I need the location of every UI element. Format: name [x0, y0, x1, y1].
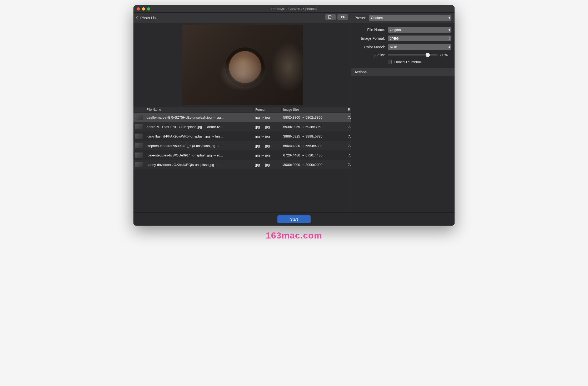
row-thumbnail: [135, 153, 143, 158]
settings-panel: File Name: Original Image Format: JPEG C…: [351, 23, 455, 68]
row-format: jpg → jpg: [254, 115, 282, 119]
filename-value: Original: [390, 28, 402, 32]
table-header: File Name Format Image Size R: [133, 107, 351, 113]
row-thumbnail: [135, 134, 143, 139]
row-filename: rosie-steggles-bcWOUe0914I-unsplash.jpg …: [145, 153, 254, 157]
slider-thumb-icon[interactable]: [426, 53, 430, 57]
back-label: Photo List: [140, 16, 157, 20]
footer: Start: [133, 212, 455, 226]
start-button[interactable]: Start: [277, 215, 311, 223]
right-pane: Preset: Custom File Name: Original Image…: [351, 23, 455, 212]
filename-label: File Name:: [355, 28, 385, 32]
table-row[interactable]: stephen-leonardi-v5u924E_sQ0-unsplash.jp…: [133, 141, 351, 150]
row-thumbnail: [135, 124, 143, 129]
preset-label: Preset:: [355, 16, 366, 20]
row-imagesize: 3888x5825 → 3888x5825: [282, 134, 346, 138]
row-thumbnail: [135, 143, 143, 148]
format-row: Image Format: JPEG: [355, 35, 451, 41]
maximize-window-button[interactable]: [147, 7, 150, 11]
row-imagesize: 5802x3860 → 5802x3860: [282, 115, 346, 119]
row-format: jpg → jpg: [254, 144, 282, 148]
select-caret-icon: [447, 44, 451, 50]
table-row[interactable]: luis-villasmil-PFAX9owWRbI-unsplash.jpg …: [133, 131, 351, 141]
row-format: jpg → jpg: [254, 125, 282, 129]
toolbar-right-group: [325, 14, 348, 20]
embed-thumbnail-checkbox[interactable]: [388, 60, 392, 64]
select-caret-icon: [447, 35, 451, 41]
row-filename: gaelle-marcel-BRvSZ75HuEc-unsplash.jpg →…: [145, 115, 254, 119]
row-rest: 7: [346, 115, 351, 119]
titlebar: PhotoMill - Convert (6 photos): [133, 5, 455, 13]
row-filename: andre-iv-TRkbFFhiPB0-unsplash.jpg → andr…: [145, 125, 254, 129]
table-row[interactable]: harley-davidson-zGzXsJUBQfs-unsplash.jpg…: [133, 160, 351, 169]
preview-image: [182, 25, 303, 105]
row-imagesize: 5938x3959 → 5938x3959: [282, 125, 346, 129]
body: File Name Format Image Size R gaelle-mar…: [133, 23, 455, 212]
table-row[interactable]: andre-iv-TRkbFFhiPB0-unsplash.jpg → andr…: [133, 122, 351, 131]
embed-thumbnail-row: Embed Thumbnail: [355, 60, 451, 64]
col-format-header[interactable]: Format: [254, 107, 282, 112]
row-filename: luis-villasmil-PFAX9owWRbI-unsplash.jpg …: [145, 134, 254, 138]
colormodel-select[interactable]: RGB: [388, 44, 451, 50]
row-imagesize: 6720x4480 → 6720x4480: [282, 153, 346, 157]
row-format: jpg → jpg: [254, 134, 282, 138]
row-imagesize: 6564x4380 → 6564x4380: [282, 144, 346, 148]
colormodel-label: Color Model:: [355, 45, 385, 49]
actions-header: Actions +: [351, 68, 455, 76]
quality-value: 80%: [440, 53, 451, 57]
format-select[interactable]: JPEG: [388, 35, 451, 41]
colormodel-row: Color Model: RGB: [355, 44, 451, 50]
format-label: Image Format:: [355, 36, 385, 40]
col-thumb-header[interactable]: [133, 107, 145, 112]
row-rest: 7: [346, 144, 351, 148]
format-value: JPEG: [390, 37, 399, 40]
window-title: PhotoMill - Convert (6 photos): [133, 7, 455, 11]
table-row[interactable]: rosie-steggles-bcWOUe0914I-unsplash.jpg …: [133, 150, 351, 160]
select-caret-icon: [447, 27, 451, 33]
minimize-window-button[interactable]: [142, 7, 145, 11]
preview-area: [133, 23, 351, 107]
row-rest: 7: [346, 153, 351, 157]
table-body[interactable]: gaelle-marcel-BRvSZ75HuEc-unsplash.jpg →…: [133, 113, 351, 212]
watermark-text: 163mac.com: [266, 230, 322, 241]
row-rest: 7: [346, 163, 351, 167]
row-filename: stephen-leonardi-v5u924E_sQ0-unsplash.jp…: [145, 144, 254, 148]
add-action-button[interactable]: +: [449, 70, 451, 74]
quality-label: Quality:: [355, 53, 385, 57]
row-format: jpg → jpg: [254, 163, 282, 167]
traffic-lights: [133, 7, 150, 11]
chevron-left-icon: [136, 16, 140, 19]
quality-row: Quality: 80%: [355, 53, 451, 57]
preset-value: Custom: [371, 16, 383, 20]
row-thumbnail: [135, 162, 143, 167]
quality-slider[interactable]: [388, 54, 438, 55]
col-filename-header[interactable]: File Name: [145, 107, 254, 112]
preset-select[interactable]: Custom: [369, 15, 451, 21]
embed-thumbnail-label: Embed Thumbnail: [394, 60, 421, 64]
row-filename: harley-davidson-zGzXsJUBQfs-unsplash.jpg…: [145, 163, 254, 167]
preset-row: Preset: Custom: [351, 13, 455, 23]
table-row[interactable]: gaelle-marcel-BRvSZ75HuEc-unsplash.jpg →…: [133, 113, 351, 122]
row-rest: 7: [346, 125, 351, 129]
row-rest: 7: [346, 134, 351, 138]
export-icon: [328, 15, 333, 19]
svg-point-1: [342, 17, 343, 18]
filename-row: File Name: Original: [355, 27, 451, 33]
eye-icon: [340, 15, 345, 19]
back-button[interactable]: Photo List: [137, 16, 157, 20]
colormodel-value: RGB: [390, 45, 397, 49]
actions-label: Actions: [355, 70, 367, 74]
preview-toggle-button[interactable]: [337, 14, 348, 20]
col-rest-header[interactable]: R: [346, 107, 351, 112]
col-imagesize-header[interactable]: Image Size: [282, 107, 346, 112]
row-imagesize: 3000x2000 → 3000x2000: [282, 163, 346, 167]
row-format: jpg → jpg: [254, 153, 282, 157]
select-caret-icon: [447, 15, 451, 21]
app-window: PhotoMill - Convert (6 photos) Photo Lis…: [133, 5, 455, 226]
close-window-button[interactable]: [137, 7, 140, 11]
filename-select[interactable]: Original: [388, 27, 451, 33]
export-button[interactable]: [325, 14, 336, 20]
left-pane: File Name Format Image Size R gaelle-mar…: [133, 23, 351, 212]
row-thumbnail: [135, 115, 143, 120]
